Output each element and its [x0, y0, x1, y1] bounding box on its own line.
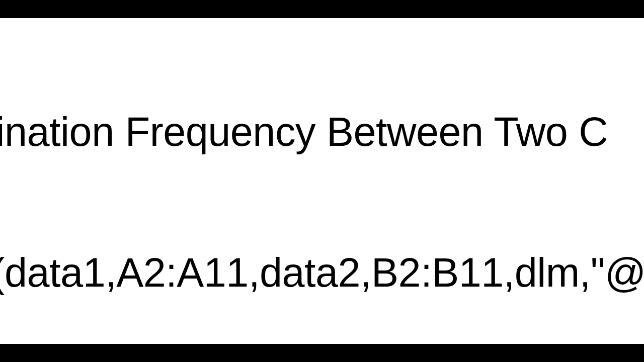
text-line-1: mbination Frequency Between Two C [0, 109, 644, 155]
text-line-2: ET(data1,A2:A11,data2,B2:B11,dlm,"@ [0, 249, 644, 296]
document-viewport: mbination Frequency Between Two C ET(dat… [0, 18, 644, 344]
formula-text-block: mbination Frequency Between Two C ET(dat… [0, 18, 644, 344]
